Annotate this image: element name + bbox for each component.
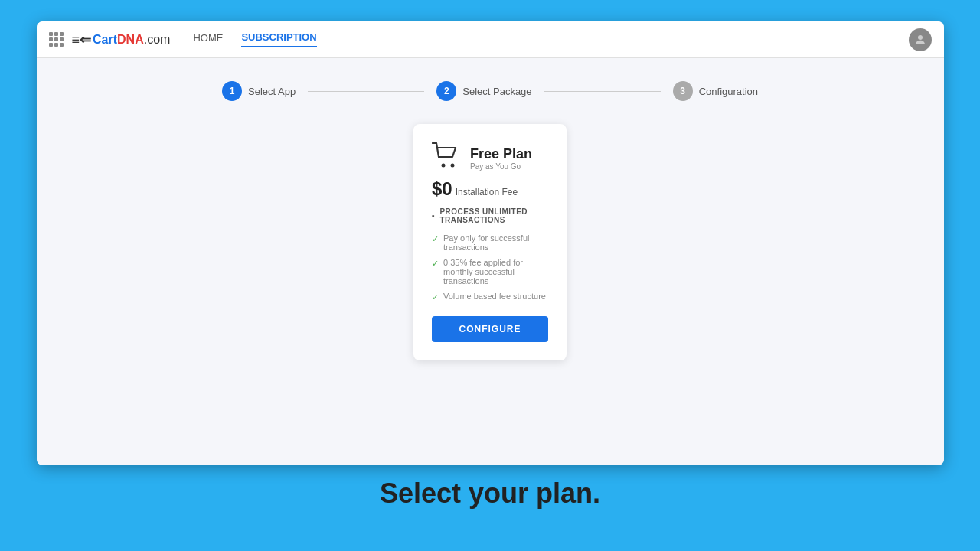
feature-3: ✓ Volume based fee structure xyxy=(432,292,548,302)
step-1-circle: 1 xyxy=(222,81,242,101)
feature-1-text: Pay only for successful transactions xyxy=(443,233,548,252)
step-2-label: Select Package xyxy=(462,86,531,97)
check-icon-3: ✓ xyxy=(432,292,439,302)
feature-2-text: 0.35% fee applied for monthly successful… xyxy=(443,258,548,285)
step-line-1 xyxy=(308,91,424,92)
step-1: 1 Select App xyxy=(222,81,296,101)
step-3-label: Configuration xyxy=(699,86,758,97)
plan-price-label: Installation Fee xyxy=(456,187,518,197)
grid-icon[interactable] xyxy=(49,32,64,47)
plan-title-group: Free Plan Pay as You Go xyxy=(470,146,532,171)
nav-subscription[interactable]: SUBSCRIPTION xyxy=(241,31,316,47)
feature-3-text: Volume based fee structure xyxy=(443,292,546,301)
logo-domain: .com xyxy=(144,33,171,47)
transactions-icon: ▪ xyxy=(432,211,435,220)
check-icon-2: ✓ xyxy=(432,259,439,269)
stepper: 1 Select App 2 Select Package 3 Configur… xyxy=(222,81,758,101)
configure-button[interactable]: CONFIGURE xyxy=(432,316,548,342)
plan-transactions: ▪ PROCESS UNLIMITED TRANSACTIONS xyxy=(432,207,548,224)
logo: ≡⇐ CartDNA .com xyxy=(72,31,171,48)
step-2: 2 Select Package xyxy=(436,81,531,101)
logo-brand: CartDNA xyxy=(93,33,144,47)
avatar[interactable] xyxy=(909,28,932,51)
step-3: 3 Configuration xyxy=(673,81,758,101)
step-3-circle: 3 xyxy=(673,81,693,101)
svg-point-1 xyxy=(442,164,446,168)
nav-home[interactable]: HOME xyxy=(193,32,223,47)
feature-2: ✓ 0.35% fee applied for monthly successf… xyxy=(432,258,548,285)
step-2-circle: 2 xyxy=(436,81,456,101)
plan-price-row: $0 Installation Fee xyxy=(432,178,518,200)
step-1-label: Select App xyxy=(248,86,296,97)
browser-window: ≡⇐ CartDNA .com HOME SUBSCRIPTION 1 Sele… xyxy=(37,21,944,465)
svg-point-2 xyxy=(451,164,455,168)
navbar: ≡⇐ CartDNA .com HOME SUBSCRIPTION xyxy=(37,21,944,58)
main-content: 1 Select App 2 Select Package 3 Configur… xyxy=(37,58,944,465)
logo-icon: ≡⇐ xyxy=(72,31,92,48)
nav-links: HOME SUBSCRIPTION xyxy=(193,31,316,47)
plan-price: $0 xyxy=(432,178,452,200)
bottom-caption: Select your plan. xyxy=(380,478,600,510)
transactions-label: PROCESS UNLIMITED TRANSACTIONS xyxy=(439,207,548,224)
cart-icon xyxy=(432,142,461,174)
feature-1: ✓ Pay only for successful transactions xyxy=(432,233,548,252)
svg-point-0 xyxy=(918,35,923,40)
step-line-2 xyxy=(544,91,661,92)
plan-features: ✓ Pay only for successful transactions ✓… xyxy=(432,233,548,302)
plan-name: Free Plan xyxy=(470,146,532,162)
plan-subtitle: Pay as You Go xyxy=(470,162,532,171)
plan-header: Free Plan Pay as You Go xyxy=(432,142,548,174)
check-icon-1: ✓ xyxy=(432,234,439,244)
plan-card: Free Plan Pay as You Go $0 Installation … xyxy=(413,124,567,360)
